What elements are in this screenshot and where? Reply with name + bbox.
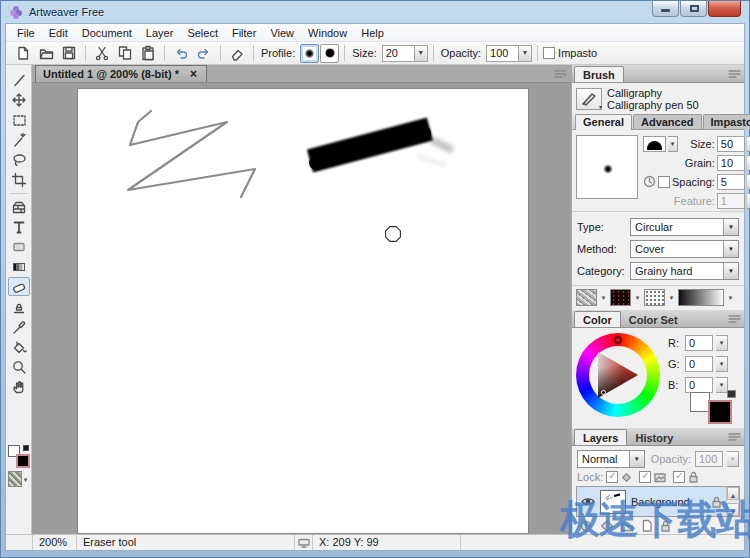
opacity-dropdown-icon[interactable]	[518, 45, 532, 62]
type-combobox[interactable]: Circular	[630, 218, 739, 236]
panel-foreground-swatch[interactable]	[690, 392, 710, 412]
background-color-swatch[interactable]	[16, 454, 30, 468]
pattern-tool[interactable]	[8, 197, 30, 216]
undo-button[interactable]	[170, 43, 192, 63]
tab-color[interactable]: Color	[574, 311, 621, 327]
brush-size-value[interactable]: 50	[717, 136, 745, 152]
menu-window[interactable]: Window	[301, 25, 354, 41]
spacing-checkbox[interactable]	[658, 176, 670, 188]
color-marker[interactable]	[601, 390, 606, 395]
cut-button[interactable]	[91, 43, 113, 63]
select-tool[interactable]	[8, 110, 30, 129]
menu-layer[interactable]: Layer	[139, 25, 181, 41]
color-variability-swatch[interactable]	[610, 289, 631, 306]
menu-view[interactable]: View	[263, 25, 301, 41]
gradient-tool[interactable]	[8, 257, 30, 276]
tab-advanced[interactable]: Advanced	[633, 114, 702, 129]
spacing-value[interactable]: 5	[717, 174, 745, 190]
canvas-page[interactable]	[77, 88, 529, 534]
tab-brush[interactable]: Brush	[574, 66, 624, 82]
blend-mode-dropdown-icon[interactable]	[629, 451, 644, 467]
copy-button[interactable]	[114, 43, 136, 63]
brush-tip-dropdown-icon[interactable]	[668, 136, 678, 152]
swap-colors-icon[interactable]	[727, 390, 736, 398]
color-wheel[interactable]	[576, 333, 660, 417]
blend-mode-combobox[interactable]: Normal	[577, 450, 645, 468]
menu-filter[interactable]: Filter	[225, 25, 263, 41]
profile-hard-button[interactable]	[320, 44, 339, 63]
g-value[interactable]: 0	[685, 356, 713, 372]
grain-value[interactable]: 10	[717, 155, 745, 171]
method-combobox[interactable]: Cover	[630, 240, 739, 258]
color-panel-menu-icon[interactable]	[728, 314, 741, 324]
r-value[interactable]: 0	[685, 335, 713, 351]
paste-button[interactable]	[137, 43, 159, 63]
scatter-dropdown-icon[interactable]	[667, 290, 676, 305]
lock-transparency-checkbox[interactable]	[606, 471, 618, 483]
shape-tool[interactable]	[8, 237, 30, 256]
menu-help[interactable]: Help	[354, 25, 391, 41]
method-dropdown-icon[interactable]	[723, 241, 738, 257]
zoom-tool[interactable]	[8, 357, 30, 376]
size-dropdown-icon[interactable]	[414, 45, 428, 62]
menu-document[interactable]: Document	[75, 25, 139, 41]
document-tab[interactable]: Untitled 1 @ 200% (8-bit) *	[35, 65, 207, 82]
tab-layers[interactable]: Layers	[574, 429, 627, 445]
category-dropdown-icon[interactable]	[723, 263, 738, 279]
gradient-dropdown-icon[interactable]	[726, 290, 735, 305]
tab-general[interactable]: General	[575, 114, 632, 130]
eraser-tool[interactable]	[8, 277, 30, 296]
maximize-button[interactable]	[680, 1, 707, 17]
pattern-dropdown-icon[interactable]	[22, 471, 29, 488]
tab-color-set[interactable]: Color Set	[621, 312, 686, 327]
lock-pixels-checkbox[interactable]	[639, 471, 651, 483]
minimize-button[interactable]	[652, 1, 679, 17]
close-button[interactable]	[708, 1, 741, 17]
new-document-button[interactable]	[12, 43, 34, 63]
layers-panel-menu-icon[interactable]	[728, 432, 741, 442]
lock-all-checkbox[interactable]	[673, 471, 685, 483]
tab-close-icon[interactable]	[188, 69, 199, 80]
menu-file[interactable]: File	[10, 25, 42, 41]
size-value[interactable]: 20	[382, 45, 414, 62]
g-dropdown-icon[interactable]	[716, 356, 728, 372]
r-dropdown-icon[interactable]	[716, 335, 728, 351]
impasto-checkbox[interactable]	[543, 47, 555, 59]
open-button[interactable]	[35, 43, 57, 63]
save-button[interactable]	[58, 43, 80, 63]
menu-select[interactable]: Select	[180, 25, 225, 41]
redo-button[interactable]	[193, 43, 215, 63]
hand-tool[interactable]	[8, 377, 30, 396]
eraser-options-button[interactable]	[226, 43, 248, 63]
eyedropper-tool[interactable]	[8, 317, 30, 336]
new-page-icon	[15, 45, 31, 61]
variability-dropdown-icon[interactable]	[633, 290, 642, 305]
pattern-selector[interactable]	[8, 471, 29, 488]
b-value[interactable]: 0	[685, 377, 713, 393]
tab-impasto[interactable]: Impasto	[703, 114, 750, 129]
fill-tool[interactable]	[8, 337, 30, 356]
paper-dropdown-icon[interactable]	[599, 290, 608, 305]
paper-texture-swatch[interactable]	[576, 289, 597, 306]
crop-tool[interactable]	[8, 170, 30, 189]
brush-picker-button[interactable]: ▾	[576, 88, 602, 110]
profile-soft-button[interactable]	[300, 44, 319, 63]
category-combobox[interactable]: Grainy hard	[630, 262, 739, 280]
lasso-tool[interactable]	[8, 150, 30, 169]
opacity-value[interactable]: 100	[486, 45, 518, 62]
brush-panel-menu-icon[interactable]	[728, 69, 741, 79]
scatter-swatch[interactable]	[644, 289, 665, 306]
type-dropdown-icon[interactable]	[723, 219, 738, 235]
magic-wand-tool[interactable]	[8, 130, 30, 149]
menu-edit[interactable]: Edit	[42, 25, 75, 41]
panel-menu-icon[interactable]	[554, 69, 567, 79]
gradient-swatch[interactable]	[678, 289, 724, 306]
tab-history[interactable]: History	[627, 430, 681, 445]
text-tool[interactable]	[8, 217, 30, 236]
brush-tip-swatch[interactable]	[643, 136, 666, 152]
clone-stamp-tool[interactable]	[8, 297, 30, 316]
hue-marker[interactable]	[614, 336, 622, 344]
move-tool[interactable]	[8, 90, 30, 109]
brush-tool[interactable]	[8, 70, 30, 89]
panel-background-swatch[interactable]	[708, 400, 732, 424]
